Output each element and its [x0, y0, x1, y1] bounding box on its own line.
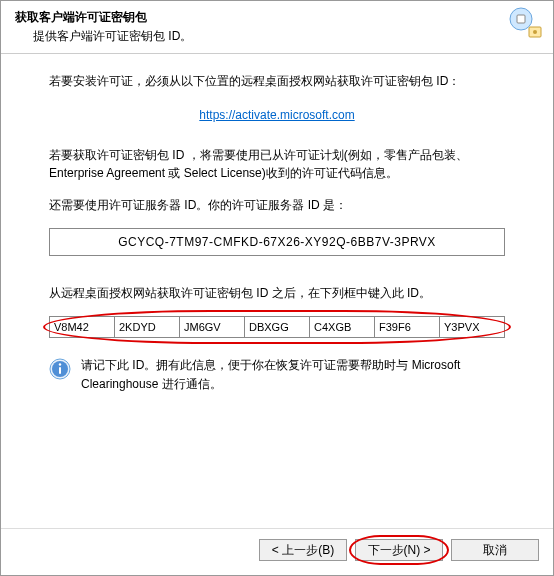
- header-title: 获取客户端许可证密钥包: [15, 9, 541, 26]
- back-button[interactable]: < 上一步(B): [259, 539, 347, 561]
- activation-link[interactable]: https://activate.microsoft.com: [199, 108, 354, 122]
- server-id-label: 还需要使用许可证服务器 ID。你的许可证服务器 ID 是：: [49, 196, 505, 214]
- dialog-body: 若要安装许可证，必须从以下位置的远程桌面授权网站获取许可证密钥包 ID： htt…: [1, 54, 553, 528]
- license-key-icon: [507, 7, 543, 44]
- info-icon: [49, 358, 71, 383]
- key-pack-id-inputs: [49, 316, 505, 338]
- svg-rect-6: [59, 367, 61, 374]
- dialog-header: 获取客户端许可证密钥包 提供客户端许可证密钥包 ID。: [1, 1, 553, 54]
- svg-point-7: [59, 363, 61, 365]
- enter-id-instruction: 从远程桌面授权网站获取许可证密钥包 ID 之后，在下列框中键入此 ID。: [49, 284, 505, 302]
- svg-rect-1: [517, 15, 525, 23]
- key-segment-3[interactable]: [179, 316, 244, 338]
- key-segment-2[interactable]: [114, 316, 179, 338]
- key-segment-6[interactable]: [374, 316, 439, 338]
- info-row: 请记下此 ID。拥有此信息，便于你在恢复许可证需要帮助时与 Microsoft …: [49, 356, 505, 394]
- server-id-value: GCYCQ-7TM97-CMFKD-67X26-XY92Q-6BB7V-3PRV…: [49, 228, 505, 256]
- header-subtitle: 提供客户端许可证密钥包 ID。: [33, 28, 541, 45]
- wizard-dialog: 获取客户端许可证密钥包 提供客户端许可证密钥包 ID。 若要安装许可证，必须从以…: [0, 0, 554, 576]
- intro-text: 若要安装许可证，必须从以下位置的远程桌面授权网站获取许可证密钥包 ID：: [49, 72, 505, 90]
- license-program-text: 若要获取许可证密钥包 ID ，将需要使用已从许可证计划(例如，零售产品包装、En…: [49, 146, 505, 182]
- key-segment-5[interactable]: [309, 316, 374, 338]
- next-button[interactable]: 下一步(N) >: [355, 539, 443, 561]
- info-text: 请记下此 ID。拥有此信息，便于你在恢复许可证需要帮助时与 Microsoft …: [81, 356, 505, 394]
- svg-point-3: [533, 30, 537, 34]
- key-segment-1[interactable]: [49, 316, 114, 338]
- key-segment-4[interactable]: [244, 316, 309, 338]
- dialog-footer: < 上一步(B) 下一步(N) > 取消: [1, 528, 553, 575]
- key-segment-7[interactable]: [439, 316, 505, 338]
- cancel-button[interactable]: 取消: [451, 539, 539, 561]
